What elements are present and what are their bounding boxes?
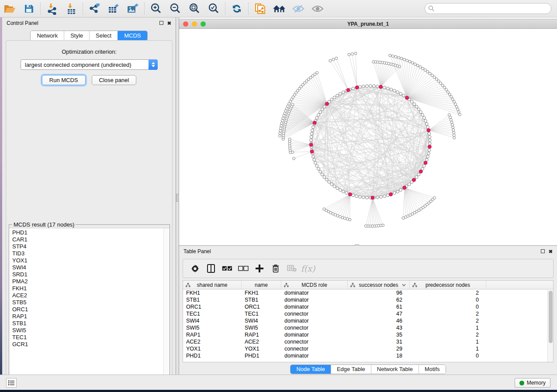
table-cell[interactable]: 61 (348, 303, 410, 310)
table-cell[interactable]: 0 (410, 296, 486, 303)
table-cell[interactable]: ACE2 (242, 338, 281, 345)
export-table-button[interactable] (106, 2, 121, 16)
memory-button[interactable]: Memory (515, 378, 550, 388)
table-cell[interactable]: 35 (348, 331, 410, 338)
mcds-result-item[interactable]: YOX1 (12, 257, 163, 264)
table-cell[interactable]: dominator (281, 331, 348, 338)
table-scrollbar-thumb[interactable] (549, 291, 553, 343)
table-cell[interactable]: 2 (410, 289, 486, 296)
table-cell[interactable]: 2 (410, 317, 486, 324)
result-scrollbar[interactable] (163, 228, 170, 384)
mcds-result-item[interactable]: STP4 (12, 243, 163, 250)
show-columns-button[interactable] (204, 262, 218, 275)
table-cell[interactable]: PHD1 (183, 352, 242, 359)
table-cell[interactable]: 1 (410, 338, 486, 345)
table-cell[interactable]: SWI4 (242, 317, 281, 324)
table-cell[interactable]: RAP1 (242, 331, 281, 338)
first-neighbors-button[interactable] (272, 2, 287, 16)
table-row[interactable]: TEC1TEC1connector472 (183, 310, 553, 317)
table-row[interactable]: ORC1ORC1dominator610 (183, 303, 553, 310)
table-cell[interactable]: 96 (348, 289, 410, 296)
table-cell[interactable]: ORC1 (242, 303, 281, 310)
mcds-result-item[interactable]: TID3 (12, 250, 163, 257)
mcds-result-item[interactable]: STB5 (12, 299, 163, 306)
tab-network[interactable]: Network (31, 31, 64, 41)
column-header-successor-nodes[interactable]: successor nodes (348, 281, 410, 289)
tab-style[interactable]: Style (64, 31, 90, 41)
table-cell[interactable]: 2 (410, 310, 486, 317)
table-cell[interactable]: ORC1 (183, 303, 242, 310)
table-cell[interactable]: 18 (348, 352, 410, 359)
optimization-criterion-select[interactable]: largest connected component (undirected) (21, 59, 158, 70)
table-cell[interactable]: STB1 (242, 296, 281, 303)
table-cell[interactable]: 29 (348, 345, 410, 352)
table-cell[interactable]: 1 (410, 324, 486, 331)
show-all-button[interactable] (310, 2, 325, 16)
add-column-button[interactable] (253, 262, 266, 275)
table-cell[interactable]: 43 (348, 324, 410, 331)
table-row[interactable]: FKH1FKH1dominator962 (183, 289, 553, 296)
table-cell[interactable]: 31 (348, 338, 410, 345)
table-cell[interactable]: connector (281, 310, 348, 317)
table-cell[interactable]: 47 (348, 310, 410, 317)
table-cell[interactable]: TEC1 (183, 310, 242, 317)
table-cell[interactable]: FKH1 (242, 289, 281, 296)
table-row[interactable]: ACE2ACE2connector311 (183, 338, 553, 345)
export-network-button[interactable] (87, 2, 102, 16)
export-image-button[interactable] (125, 2, 140, 16)
run-mcds-button[interactable]: Run MCDS (42, 75, 86, 85)
tab-edge-table[interactable]: Edge Table (331, 365, 371, 374)
network-canvas[interactable] (179, 29, 557, 246)
tab-node-table[interactable]: Node Table (291, 365, 331, 374)
float-panel-icon[interactable] (159, 21, 163, 26)
table-cell[interactable]: dominator (281, 296, 348, 303)
mcds-result-item[interactable]: PHD1 (12, 229, 163, 236)
mcds-result-item[interactable]: CAR1 (12, 236, 163, 243)
zoom-out-button[interactable] (168, 2, 183, 16)
settings-gear-button[interactable] (188, 262, 201, 275)
table-cell[interactable]: YOX1 (242, 345, 281, 352)
table-row[interactable]: PHD1PHD1dominator180 (183, 352, 553, 359)
mcds-result-item[interactable]: ORC1 (12, 306, 163, 313)
mcds-result-item[interactable]: ACE2 (12, 292, 163, 299)
table-cell[interactable]: connector (281, 345, 348, 352)
table-cell[interactable]: connector (281, 324, 348, 331)
mcds-result-item[interactable]: SRD1 (12, 271, 163, 278)
table-cell[interactable]: SWI5 (242, 324, 281, 331)
close-panel-icon[interactable]: ✖ (167, 21, 171, 26)
tab-select[interactable]: Select (90, 31, 118, 41)
hide-selected-button[interactable] (291, 2, 306, 16)
import-table-button[interactable] (64, 2, 79, 16)
table-cell[interactable]: dominator (281, 352, 348, 359)
search-input[interactable] (425, 3, 551, 14)
import-network-button[interactable] (45, 2, 59, 16)
mcds-result-item[interactable]: RAP1 (12, 313, 163, 320)
table-cell[interactable]: YOX1 (183, 345, 242, 352)
table-cell[interactable]: SWI5 (183, 324, 242, 331)
refresh-view-button[interactable] (229, 2, 244, 16)
table-row[interactable]: STB1STB1dominator620 (183, 296, 553, 303)
table-cell[interactable]: connector (281, 338, 348, 345)
duplicate-network-button[interactable] (253, 2, 267, 16)
table-row[interactable]: SWI5SWI5connector431 (183, 324, 553, 331)
splitter-grip[interactable] (176, 194, 179, 202)
column-header-MCDS-role[interactable]: MCDS role (281, 281, 348, 289)
table-cell[interactable]: FKH1 (183, 289, 242, 296)
table-cell[interactable]: PHD1 (242, 352, 281, 359)
task-history-button[interactable] (6, 378, 17, 388)
network-window-titlebar[interactable]: YPA_prune.txt_1 (179, 19, 557, 29)
open-file-button[interactable] (2, 2, 17, 16)
table-cell[interactable]: TEC1 (242, 310, 281, 317)
table-cell[interactable]: dominator (281, 303, 348, 310)
vertical-splitter[interactable] (176, 17, 179, 375)
close-panel-button[interactable]: Close panel (92, 75, 137, 85)
zoom-selected-button[interactable] (206, 2, 221, 16)
table-cell[interactable]: ACE2 (183, 338, 242, 345)
delete-table-button[interactable] (285, 262, 298, 275)
zoom-fit-button[interactable] (187, 2, 202, 16)
table-cell[interactable]: 0 (410, 352, 486, 359)
table-cell[interactable]: 0 (410, 303, 486, 310)
table-cell[interactable]: dominator (281, 317, 348, 324)
table-cell[interactable]: 2 (410, 331, 486, 338)
mcds-result-item[interactable]: PMA2 (12, 278, 163, 285)
